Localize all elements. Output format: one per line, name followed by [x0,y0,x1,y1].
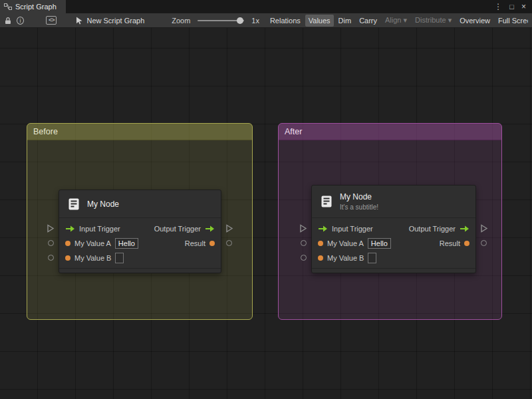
unit-icon [319,194,334,209]
value-port-icon[interactable] [209,241,215,246]
port-label: My Value A [327,239,364,247]
group-title: Before [33,127,58,136]
value-a-field[interactable]: Hello [368,238,391,249]
port-label: My Value B [327,254,364,262]
relations-button[interactable]: Relations [267,15,304,27]
zoom-slider[interactable] [198,20,244,21]
pointer-icon [76,17,83,25]
edit-source-icon[interactable]: <> [46,16,57,25]
external-value-port[interactable] [481,240,487,246]
port-label: Output Trigger [409,225,456,233]
graph-canvas[interactable]: Before After [0,28,532,399]
value-port-icon[interactable] [318,255,323,261]
trigger-out-icon[interactable] [460,225,469,232]
carry-button[interactable]: Carry [356,15,380,27]
port-label: Output Trigger [154,225,201,233]
port-row: My Value A Hello Result [312,236,475,251]
external-trigger-in-port[interactable] [47,224,55,233]
value-b-field[interactable] [368,253,376,263]
node-title: My Node [87,200,119,209]
zoom-slider-handle[interactable] [237,17,243,24]
external-value-port[interactable] [48,255,54,261]
node-subtitle: It's a subtitle! [340,203,378,211]
port-label: My Value B [74,254,111,262]
trigger-in-icon[interactable] [318,225,328,232]
external-value-port[interactable] [301,240,307,246]
zoom-label: Zoom [172,17,190,25]
external-value-port[interactable] [301,255,307,261]
node-footer [59,268,221,273]
port-label: Result [185,239,205,247]
node-before-wrap: My Node Input Trigger Output Trigger [59,190,221,273]
close-icon[interactable]: × [521,3,526,11]
tab-title: Script Graph [15,3,57,11]
value-port-icon[interactable] [65,241,70,246]
node-after-wrap: My Node It's a subtitle! Input Trigger O… [311,185,476,273]
dim-button[interactable]: Dim [335,15,355,27]
zoom-value: 1x [251,17,259,25]
external-trigger-out-port[interactable] [225,224,233,233]
port-row: My Value B [312,251,475,265]
group-after-header[interactable]: After [279,124,501,140]
fullscreen-button[interactable]: Full Screen [495,15,528,27]
trigger-in-icon[interactable] [65,225,75,232]
node-header[interactable]: My Node It's a subtitle! [312,186,475,218]
value-port-icon[interactable] [464,241,469,246]
tab-bar: Script Graph ⋮ □ × [0,0,532,13]
value-b-field[interactable] [115,253,124,263]
script-graph-icon [4,3,12,11]
external-trigger-out-port[interactable] [480,224,488,233]
port-label: Result [440,239,460,247]
chevron-down-icon: ▾ [448,16,452,24]
group-before-header[interactable]: Before [27,124,252,140]
overview-button[interactable]: Overview [456,15,493,27]
chevron-down-icon: ▾ [404,16,408,24]
node-my-node[interactable]: My Node It's a subtitle! Input Trigger O… [311,185,476,273]
kebab-menu-icon[interactable]: ⋮ [494,3,502,11]
external-trigger-in-port[interactable] [299,224,307,233]
group-title: After [285,127,302,136]
maximize-icon[interactable]: □ [509,3,514,11]
node-header[interactable]: My Node [59,190,221,218]
distribute-button[interactable]: Distribute ▾ [412,14,455,27]
port-row: My Value B [59,251,221,265]
port-label: My Value A [74,239,111,247]
node-footer [312,268,475,273]
info-icon[interactable]: i [17,17,24,25]
port-row: My Value A Hello Result [59,236,221,251]
external-value-port[interactable] [48,240,54,246]
lock-icon[interactable] [4,17,12,25]
external-value-port[interactable] [226,240,232,246]
value-a-field[interactable]: Hello [115,238,138,249]
unit-icon [66,197,81,211]
node-my-node[interactable]: My Node Input Trigger Output Trigger [59,190,221,273]
port-label: Input Trigger [79,225,120,233]
graph-name-label[interactable]: New Script Graph [86,17,144,25]
value-port-icon[interactable] [318,241,323,246]
port-row: Input Trigger Output Trigger [59,221,221,236]
port-row: Input Trigger Output Trigger [312,221,475,236]
values-button[interactable]: Values [305,15,334,27]
value-port-icon[interactable] [65,255,70,261]
tab-strip-spacer [66,0,489,13]
trigger-out-icon[interactable] [205,225,215,232]
node-title: My Node [340,192,378,201]
port-label: Input Trigger [332,225,373,233]
graph-toolbar: i <> New Script Graph Zoom 1x Relations … [0,13,532,28]
align-button[interactable]: Align ▾ [382,14,410,27]
tab-script-graph[interactable]: Script Graph [0,0,66,13]
